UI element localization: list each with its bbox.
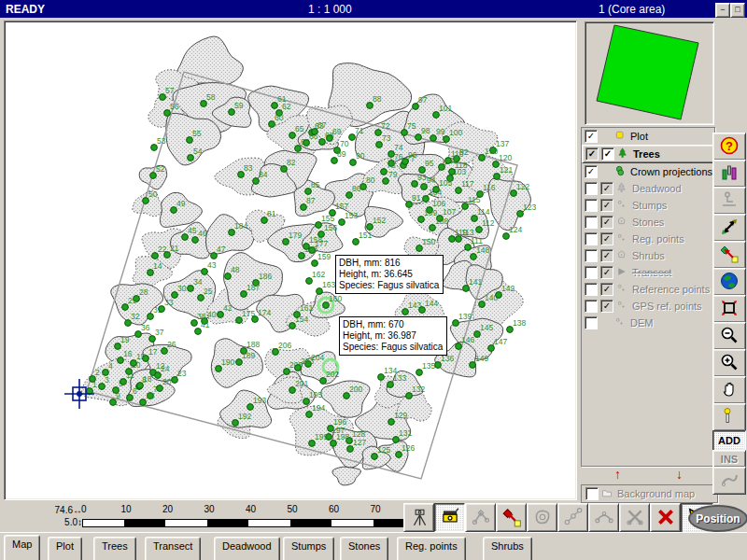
layer-row-gps-ref-points[interactable]: .✓GPS ref. points: [582, 298, 714, 315]
zoom-in-button[interactable]: [712, 349, 746, 377]
tooltip-line: Height, m: 36.987: [343, 330, 443, 342]
tree-number-label: 200: [349, 385, 362, 394]
position-button[interactable]: Position: [688, 505, 747, 532]
tab-transect[interactable]: Transect: [145, 537, 201, 560]
tab-reg-points[interactable]: Reg. points: [397, 537, 466, 560]
layer-row-stones[interactable]: .✓Stones: [582, 214, 714, 231]
tree-number-label: 186: [259, 272, 272, 281]
layer-checkbox[interactable]: ✓: [600, 199, 613, 212]
tools-button[interactable]: [712, 160, 746, 188]
tree-number-label: 53: [157, 136, 166, 146]
cursor-readouts: 74.6↔ 5.0↕: [7, 504, 82, 528]
layer-checkbox[interactable]: ✓: [600, 266, 613, 279]
tab-stumps[interactable]: Stumps: [283, 537, 334, 560]
layer-row-transect[interactable]: .✓Transect: [582, 264, 714, 281]
layer-checkbox[interactable]: .: [585, 316, 598, 329]
minimize-button[interactable]: −: [715, 3, 730, 18]
measure-button[interactable]: [712, 214, 746, 242]
tooltip-line: DBH, mm: 670: [343, 319, 443, 330]
tab-stones[interactable]: Stones: [340, 537, 388, 560]
tree-number-label: 21: [170, 244, 179, 253]
snap-button[interactable]: [712, 241, 746, 269]
ruler-tick-label: 70: [371, 504, 381, 514]
add-mode-button[interactable]: ADD: [712, 430, 746, 451]
tree-number-label: 135: [422, 361, 435, 371]
overview-minimap[interactable]: [585, 21, 714, 125]
crown-polygon[interactable]: [332, 467, 361, 485]
move-snap-button[interactable]: [496, 503, 527, 532]
svg-text:?: ?: [726, 139, 733, 153]
tab-trees[interactable]: Trees: [93, 537, 136, 560]
layer-checkbox[interactable]: ✓: [600, 249, 613, 262]
resize-icon: [720, 217, 739, 238]
zoom-out-button[interactable]: [712, 322, 746, 350]
layer-row-crown-projections[interactable]: ✓Crown projections: [582, 163, 714, 180]
x-extent-value: 74.6: [55, 505, 73, 515]
folder-icon[interactable]: [601, 487, 615, 501]
layer-checkbox[interactable]: ✓: [600, 283, 613, 296]
help-button[interactable]: ?: [712, 133, 746, 161]
tree-number-label: 148: [476, 245, 489, 255]
layer-checkbox[interactable]: .: [585, 182, 598, 195]
layer-move-down-button[interactable]: ↓: [676, 467, 683, 482]
digitize-arc-button: [588, 503, 619, 532]
layer-checkbox[interactable]: ✓: [600, 216, 613, 229]
title-bar: READY 1 : 1 000 1 (Core area) − □: [0, 0, 747, 18]
delete-button[interactable]: [650, 503, 681, 532]
layer-label: Reference points: [632, 284, 710, 295]
layer-checkbox[interactable]: .: [585, 283, 598, 296]
tree-number-label: 85: [311, 180, 320, 189]
tree-number-label: 126: [402, 443, 415, 453]
layer-row-deadwood[interactable]: .✓Deadwood: [582, 180, 714, 197]
application-window: { "title_bar": { "status": "READY", "sca…: [0, 0, 747, 560]
layer-row-shrubs[interactable]: .✓Shrubs: [582, 247, 714, 264]
digitize-line-button: [557, 503, 588, 532]
layer-checkbox[interactable]: ✓: [600, 182, 613, 195]
tab-deadwood[interactable]: Deadwood: [214, 537, 280, 560]
maximize-button[interactable]: □: [730, 3, 745, 18]
tree-number-label: 110: [451, 149, 464, 159]
layer-checkbox[interactable]: .: [585, 300, 598, 313]
tree-number-label: 128: [352, 429, 365, 439]
layer-checkbox[interactable]: ✓: [600, 232, 613, 245]
layer-checkbox[interactable]: .: [585, 216, 598, 229]
layer-checkbox[interactable]: ✓: [585, 165, 598, 178]
tree-number-label: 151: [359, 231, 372, 240]
pin-button[interactable]: [712, 403, 746, 431]
zoom-extent-button[interactable]: [712, 295, 746, 323]
layer-row-plot[interactable]: ✓Plot: [582, 128, 714, 145]
layer-checkbox[interactable]: ✓: [600, 300, 613, 313]
scale-ruler: 01020304050607080 m: [82, 504, 424, 528]
layer-checkbox[interactable]: ✓: [601, 147, 614, 161]
layer-row-dem[interactable]: .DEM: [582, 315, 714, 331]
layer-row-trees[interactable]: ✓✓Trees: [582, 145, 714, 163]
data-logger-button[interactable]: [434, 503, 465, 532]
tab-shrubs[interactable]: Shrubs: [483, 537, 532, 560]
layer-checkbox[interactable]: .: [585, 249, 598, 262]
layer-move-up-button[interactable]: ↑: [614, 467, 621, 482]
layer-checkbox[interactable]: ✓: [585, 147, 599, 161]
layer-row-reg-points[interactable]: .✓Reg. points: [582, 231, 714, 247]
background-map-checkbox[interactable]: .: [585, 487, 599, 500]
map-svg[interactable]: 5756585955545352504961626063656466676869…: [5, 21, 576, 499]
globe-icon: [720, 272, 739, 292]
tree-number-label: 109: [424, 208, 437, 217]
cutgray-icon: [720, 470, 739, 491]
total-station-button[interactable]: [403, 503, 434, 532]
ruler-segment: [331, 519, 374, 527]
tree-number-label: 50: [148, 189, 158, 199]
tools-icon: [720, 163, 739, 184]
pointpath-icon: [563, 507, 584, 529]
layer-row-reference-points[interactable]: .✓Reference points: [582, 281, 714, 298]
layer-checkbox[interactable]: .: [585, 199, 598, 212]
tab-map[interactable]: Map: [4, 535, 40, 560]
layer-checkbox[interactable]: ✓: [585, 130, 598, 143]
tree-number-label: 29: [128, 296, 137, 305]
map-canvas[interactable]: 5756585955545352504961626063656466676869…: [4, 21, 577, 500]
tab-plot[interactable]: Plot: [48, 537, 82, 560]
layer-checkbox[interactable]: .: [585, 266, 598, 279]
pan-button[interactable]: [712, 376, 746, 404]
world-view-button[interactable]: [712, 268, 746, 296]
layer-checkbox[interactable]: .: [585, 232, 598, 245]
layer-row-stumps[interactable]: .✓Stumps: [582, 197, 714, 214]
